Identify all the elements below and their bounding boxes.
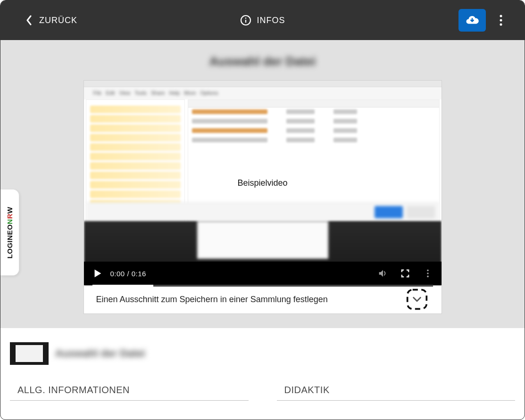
lower-panel: Auswahl der Datei ALLG. INFORMATIONEN DI…	[0, 328, 525, 412]
svg-point-5	[500, 24, 502, 26]
logineo-side-tab[interactable]: LOGINEONRW	[0, 189, 19, 276]
chevron-left-icon	[26, 15, 33, 25]
fullscreen-button[interactable]	[400, 268, 410, 279]
clip-selection-bar: Einen Ausschnitt zum Speichern in einer …	[84, 285, 442, 313]
svg-point-3	[500, 15, 502, 17]
page-title-blurred: Auswahl der Datei	[0, 54, 525, 69]
seek-bar[interactable]	[92, 285, 433, 287]
clip-expand-toggle[interactable]	[405, 287, 429, 312]
dashed-chevron-down-icon	[406, 288, 428, 311]
video-more-button[interactable]	[423, 268, 433, 279]
video-card: File Edit View Tools Share Help More Opt…	[83, 80, 442, 314]
video-panel: Auswahl der Datei File Edit View Tools S…	[0, 40, 525, 328]
svg-point-9	[427, 276, 429, 278]
svg-point-4	[500, 19, 502, 22]
svg-point-8	[427, 272, 429, 274]
video-overlay-label: Beispielvideo	[235, 177, 289, 189]
more-menu-button[interactable]	[494, 11, 508, 30]
app-frame: ZURÜCK INFOS Auswahl der Datei File Edit…	[0, 0, 525, 420]
back-label: ZURÜCK	[39, 16, 77, 25]
svg-point-2	[245, 17, 246, 18]
section-header-general: ALLG. INFORMATIONEN	[10, 385, 249, 401]
play-button[interactable]	[92, 268, 103, 279]
volume-button[interactable]	[377, 268, 388, 279]
media-summary-row: Auswahl der Datei	[10, 339, 515, 368]
svg-marker-6	[94, 270, 101, 278]
time-total: 0:16	[132, 270, 146, 278]
more-vertical-icon	[500, 15, 502, 26]
section-general-info: ALLG. INFORMATIONEN	[10, 385, 249, 401]
seek-played	[92, 285, 154, 287]
time-current: 0:00	[110, 270, 125, 278]
video-preview[interactable]: File Edit View Tools Share Help More Opt…	[84, 81, 442, 285]
section-didactics: DIDAKTIK	[277, 385, 516, 401]
video-time-display: 0:00 / 0:16	[110, 270, 146, 278]
info-label: INFOS	[257, 16, 285, 25]
logineo-label: LOGINEONRW	[6, 206, 14, 258]
top-bar: ZURÜCK INFOS	[0, 0, 525, 40]
video-controls: 0:00 / 0:16	[84, 262, 442, 285]
media-thumbnail[interactable]	[10, 342, 49, 365]
cloud-download-icon	[465, 13, 479, 27]
info-icon	[240, 15, 251, 26]
media-title-blurred: Auswahl der Datei	[55, 347, 145, 360]
info-columns: ALLG. INFORMATIONEN DIDAKTIK	[10, 385, 515, 401]
download-button[interactable]	[458, 9, 486, 32]
section-header-didactics: DIDAKTIK	[277, 385, 516, 401]
svg-point-7	[427, 270, 429, 272]
svg-rect-10	[407, 290, 426, 309]
clip-bar-text: Einen Ausschnitt zum Speichern in einer …	[96, 295, 328, 305]
back-button[interactable]: ZURÜCK	[26, 15, 77, 25]
top-right-actions	[458, 9, 508, 32]
info-button[interactable]: INFOS	[240, 15, 285, 26]
